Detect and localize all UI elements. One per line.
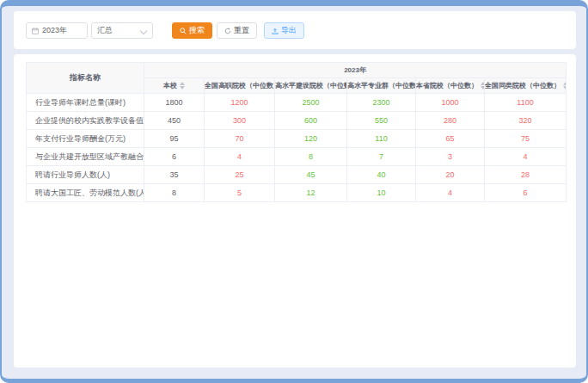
comparison-value-cell: 75 — [485, 130, 567, 148]
indicator-name-cell: 行业导师年课时总量(课时) — [27, 94, 144, 112]
sort-caret-icon[interactable] — [180, 82, 185, 90]
comparison-value-cell: 4 — [205, 148, 275, 166]
table-row: 聘请行业导师人数(人)352545402028 — [27, 166, 567, 184]
export-button[interactable]: 导出 — [264, 22, 304, 39]
comparison-value-cell: 320 — [485, 112, 567, 130]
comparison-value-cell: 10 — [347, 184, 416, 202]
scope-select[interactable]: 汇总 — [91, 22, 153, 39]
column-header-2[interactable]: 高水平建设院校（中位数） — [275, 78, 347, 94]
calendar-icon — [32, 28, 39, 34]
table-row: 行业导师年课时总量(课时)180012002500230010001100 — [27, 94, 567, 112]
self-value-cell: 8 — [144, 184, 205, 202]
self-value-cell: 6 — [144, 148, 205, 166]
comparison-value-cell: 25 — [205, 166, 275, 184]
self-value-cell: 95 — [144, 130, 205, 148]
table-panel: 指标名称 2023年 本校全国高职院校（中位数）高水平建设院校（中位数）高水平专… — [14, 54, 576, 368]
sort-caret-icon[interactable] — [563, 82, 567, 90]
comparison-value-cell: 20 — [416, 166, 485, 184]
comparison-value-cell: 4 — [416, 184, 485, 202]
comparison-value-cell: 12 — [275, 184, 347, 202]
chevron-down-icon — [141, 28, 147, 34]
column-header-label: 本省院校（中位数） — [416, 82, 478, 90]
upload-icon — [272, 28, 279, 34]
comparison-value-cell: 1200 — [205, 94, 275, 112]
toolbar-panel: 2023年 汇总 搜索 重置 导 — [14, 11, 576, 49]
comparison-value-cell: 40 — [347, 166, 416, 184]
comparison-value-cell: 300 — [205, 112, 275, 130]
comparison-value-cell: 28 — [485, 166, 567, 184]
comparison-value-cell: 1000 — [416, 94, 485, 112]
indicator-name-cell: 聘请大国工匠、劳动模范人数(人) — [27, 184, 144, 202]
column-header-1[interactable]: 全国高职院校（中位数） — [205, 78, 275, 94]
search-icon — [180, 28, 187, 34]
self-value-cell: 450 — [144, 112, 205, 130]
search-button[interactable]: 搜索 — [172, 22, 212, 39]
export-button-label: 导出 — [281, 25, 297, 36]
table-row: 与企业共建开放型区域产教融合实践中心(个)648734 — [27, 148, 567, 166]
column-header-label: 高水平建设院校（中位数） — [275, 82, 347, 90]
year-group-header: 2023年 — [144, 63, 567, 78]
comparison-value-cell: 5 — [205, 184, 275, 202]
column-header-5[interactable]: 全国同类院校（中位数） — [485, 78, 567, 94]
indicator-name-cell: 年支付行业导师酬金(万元) — [27, 130, 144, 148]
comparison-value-cell: 280 — [416, 112, 485, 130]
year-picker[interactable]: 2023年 — [26, 22, 88, 39]
reset-button-label: 重置 — [234, 25, 249, 36]
app-window: 2023年 汇总 搜索 重置 导 — [0, 0, 588, 383]
column-header-label: 全国高职院校（中位数） — [205, 82, 275, 90]
scope-select-value: 汇总 — [97, 25, 113, 36]
comparison-value-cell: 45 — [275, 166, 347, 184]
metrics-table: 指标名称 2023年 本校全国高职院校（中位数）高水平建设院校（中位数）高水平专… — [26, 62, 567, 202]
comparison-value-cell: 7 — [347, 148, 416, 166]
column-header-label: 本校 — [163, 82, 177, 90]
year-picker-value: 2023年 — [42, 25, 67, 36]
comparison-value-cell: 3 — [416, 148, 485, 166]
indicator-name-cell: 企业提供的校内实践教学设备值(万元) — [27, 112, 144, 130]
comparison-value-cell: 2500 — [275, 94, 347, 112]
self-value-cell: 1800 — [144, 94, 205, 112]
comparison-value-cell: 4 — [485, 148, 567, 166]
table-row: 企业提供的校内实践教学设备值(万元)450300600550280320 — [27, 112, 567, 130]
comparison-value-cell: 70 — [205, 130, 275, 148]
table-row: 聘请大国工匠、劳动模范人数(人)85121046 — [27, 184, 567, 202]
sort-caret-icon[interactable] — [481, 82, 485, 90]
comparison-value-cell: 120 — [275, 130, 347, 148]
comparison-value-cell: 6 — [485, 184, 567, 202]
indicator-name-cell: 与企业共建开放型区域产教融合实践中心(个) — [27, 148, 144, 166]
reset-button[interactable]: 重置 — [217, 22, 257, 39]
column-header-3[interactable]: 高水平专业群（中位数） — [347, 78, 416, 94]
comparison-value-cell: 2300 — [347, 94, 416, 112]
column-header-label: 全国同类院校（中位数） — [485, 82, 560, 90]
table-row: 年支付行业导师酬金(万元)95701201106575 — [27, 130, 567, 148]
column-header-label: 高水平专业群（中位数） — [347, 82, 416, 90]
column-header-indicator-name: 指标名称 — [27, 63, 144, 94]
comparison-value-cell: 1100 — [485, 94, 567, 112]
search-button-label: 搜索 — [189, 25, 205, 36]
indicator-name-cell: 聘请行业导师人数(人) — [27, 166, 144, 184]
comparison-value-cell: 550 — [347, 112, 416, 130]
refresh-icon — [224, 28, 231, 34]
comparison-value-cell: 65 — [416, 130, 485, 148]
column-header-0[interactable]: 本校 — [144, 78, 205, 94]
self-value-cell: 35 — [144, 166, 205, 184]
column-header-4[interactable]: 本省院校（中位数） — [416, 78, 485, 94]
comparison-value-cell: 110 — [347, 130, 416, 148]
comparison-value-cell: 8 — [275, 148, 347, 166]
comparison-value-cell: 600 — [275, 112, 347, 130]
